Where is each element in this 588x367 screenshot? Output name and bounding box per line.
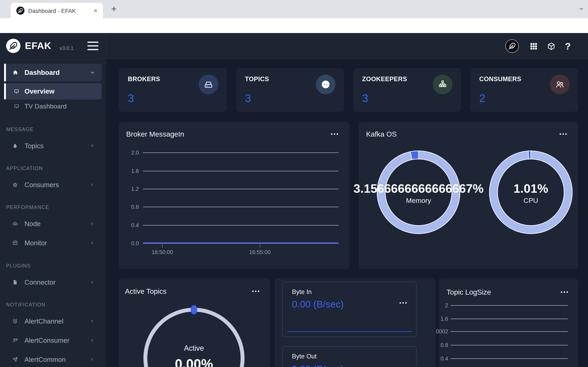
sidebar-item-label: AlertChannel: [25, 317, 63, 325]
chevron-left-icon: [90, 319, 95, 324]
droplet-icon: [12, 143, 18, 149]
active-gauge-value: 0.00%: [153, 356, 235, 367]
panel-menu-button[interactable]: [561, 291, 568, 293]
tab-search-chevron-icon[interactable]: [578, 6, 584, 12]
sidebar-item-label: Connector: [25, 278, 56, 286]
basket-icon: [12, 182, 18, 188]
user-avatar[interactable]: [505, 39, 519, 53]
tab-title: Dashboard - EFAK: [28, 8, 76, 14]
panel-kafka-os: Kafka OS 3.1566666666666667% Memory 1: [359, 122, 578, 269]
screen: Dashboard - EFAK × + Not Secure 10.211.5…: [0, 0, 588, 367]
byte-in-title: Byte In: [292, 288, 312, 296]
sidebar-item-overview[interactable]: Overview: [4, 83, 102, 100]
sidebar-item-monitor[interactable]: Monitor: [4, 235, 102, 251]
hard-drive-icon: [199, 75, 218, 94]
send-icon: [12, 357, 18, 363]
stat-value: 3: [128, 92, 134, 104]
main-content: BROKERS 3 TOPICS 3 ZOOKEEPERS 3: [106, 59, 588, 367]
display-icon: [14, 104, 19, 109]
alarm-clock-icon: [12, 318, 18, 324]
efak-favicon: [16, 7, 25, 15]
sidebar-item-dashboard[interactable]: Dashboard: [4, 64, 102, 82]
cloud-download-icon: [12, 221, 18, 227]
panel-bytes: Byte In 0.00 (B/sec) Byte Out 0.00 (B/se…: [275, 278, 435, 367]
stat-cards-row: BROKERS 3 TOPICS 3 ZOOKEEPERS 3: [119, 68, 578, 112]
help-icon[interactable]: ?: [565, 41, 571, 52]
sidebar-item-label: Dashboard: [25, 69, 60, 76]
stat-title: CONSUMERS: [479, 75, 521, 83]
chevron-down-icon: [90, 70, 95, 75]
browser-tab[interactable]: Dashboard - EFAK ×: [11, 3, 103, 18]
active-gauge-label: Active: [163, 344, 225, 352]
chevron-left-icon: [90, 144, 95, 148]
sidebar-item-alertcommon[interactable]: AlertCommon: [4, 352, 102, 367]
stat-value: 2: [479, 92, 485, 104]
byte-in-card: Byte In 0.00 (B/sec): [282, 282, 416, 337]
chevron-left-icon: [90, 183, 95, 187]
byte-out-value: 0.00 (B/sec): [292, 363, 344, 367]
file-icon: [12, 279, 18, 285]
panel-menu-button[interactable]: [560, 133, 567, 135]
byte-in-series-line: [287, 331, 412, 332]
stat-card-zookeepers: ZOOKEEPERS 3: [353, 68, 461, 112]
sidebar: EFAK v3.0.1 Dashboard Overview: [0, 33, 106, 367]
brand-name: EFAK: [25, 40, 51, 51]
sidebar-item-alertconsumer[interactable]: AlertConsumer: [4, 333, 102, 349]
byte-in-value: 0.00 (B/sec): [292, 299, 344, 310]
sidebar-item-topics[interactable]: Topics: [4, 138, 102, 154]
cpu-usage-label: CPU: [500, 197, 562, 205]
messagein-series-line: [143, 242, 338, 243]
memory-usage-label: Memory: [388, 197, 449, 205]
panel-title: Broker MessageIn: [126, 130, 184, 138]
byte-out-title: Byte Out: [292, 353, 317, 360]
chevron-left-icon: [90, 241, 95, 245]
cube-icon[interactable]: [547, 42, 555, 50]
browser-url-bar: Not Secure 10.211.55.20 :8048: [0, 18, 588, 33]
chevron-left-icon: [90, 358, 95, 362]
top-navbar: ?: [106, 33, 588, 59]
panel-menu-button[interactable]: [331, 133, 338, 135]
sidebar-item-alertchannel[interactable]: AlertChannel: [4, 313, 102, 329]
sidebar-section-notification: NOTIFICATION: [6, 302, 45, 308]
sidebar-item-node[interactable]: Node: [4, 216, 102, 232]
stat-card-consumers: CONSUMERS 2: [470, 68, 578, 112]
panel-title: Topic LogSize: [447, 288, 491, 296]
messenger-icon: [316, 75, 336, 94]
sidebar-item-label: Overview: [25, 87, 54, 95]
sidebar-section-performance: PERFORMANCE: [6, 204, 49, 210]
brand-version: v3.0.1: [60, 45, 73, 51]
sidebar-section-application: APPLICATION: [6, 165, 43, 171]
panel-menu-button[interactable]: [252, 291, 259, 292]
byte-out-card: Byte Out 0.00 (B/sec): [282, 346, 416, 367]
sitemap-icon: [433, 75, 452, 94]
tab-close-icon[interactable]: ×: [92, 7, 99, 14]
panel-active-topics: Active Topics Active 0.00%: [119, 278, 270, 367]
panel-topic-logsize: Topic LogSize 2 1.6 0002 0.8 0.4: [439, 278, 578, 367]
sidebar-item-connector[interactable]: Connector: [4, 275, 102, 290]
apps-grid-icon[interactable]: [529, 42, 538, 50]
chart-square-icon: [12, 240, 18, 246]
stat-card-brokers: BROKERS 3: [119, 68, 227, 112]
browser-tab-strip: Dashboard - EFAK × +: [0, 0, 588, 18]
panel-menu-button[interactable]: [399, 302, 407, 304]
efak-logo: [6, 39, 20, 53]
stat-title: TOPICS: [245, 75, 269, 83]
stat-card-topics: TOPICS 3: [236, 68, 344, 112]
panel-broker-messagein: Broker MessageIn 2.0 1.6 1.2 0.8 0.4 0.0…: [119, 122, 350, 269]
sidebar-item-label: Topics: [25, 142, 44, 150]
hamburger-menu-icon[interactable]: [87, 41, 98, 51]
chevron-left-icon: [90, 280, 95, 285]
stat-title: BROKERS: [128, 75, 160, 83]
home-icon: [12, 69, 18, 76]
sidebar-item-tv-dashboard[interactable]: TV Dashboard: [4, 100, 102, 112]
feather-icon: [18, 8, 23, 13]
panel-title: Kafka OS: [366, 130, 397, 138]
sidebar-item-label: Node: [25, 220, 41, 228]
sidebar-item-label: Consumers: [25, 181, 59, 189]
sidebar-item-consumers[interactable]: Consumers: [4, 177, 102, 193]
users-icon: [550, 75, 570, 94]
sidebar-header: EFAK v3.0.1: [0, 33, 106, 59]
panel-title: Active Topics: [125, 287, 167, 295]
sidebar-item-label: TV Dashboard: [25, 103, 67, 110]
new-tab-button[interactable]: +: [109, 4, 119, 14]
